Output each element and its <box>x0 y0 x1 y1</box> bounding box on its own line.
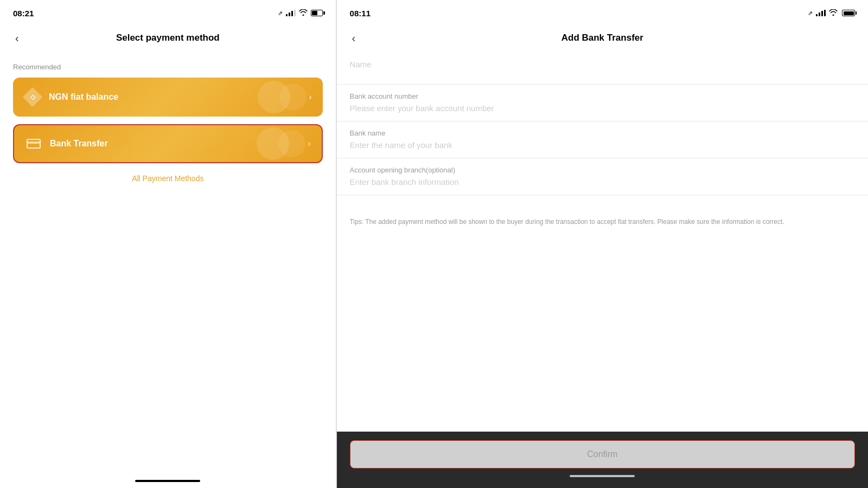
name-input[interactable] <box>350 60 855 69</box>
wifi-icon <box>299 9 308 17</box>
card-deco-2 <box>279 84 307 111</box>
right-back-button[interactable]: ‹ <box>348 30 360 47</box>
bank-name-input[interactable] <box>350 140 855 150</box>
left-home-indicator-area <box>0 470 336 488</box>
right-header: ‹ Add Bank Transfer <box>337 24 868 52</box>
bank-transfer-icon <box>25 135 42 152</box>
bank-account-field-container: Bank account number <box>337 85 868 121</box>
right-status-icons: ⇗ <box>808 8 855 18</box>
right-signal-icon <box>816 10 826 16</box>
battery-icon <box>311 10 323 16</box>
branch-label: Account opening branch(optional) <box>350 166 855 174</box>
branch-field-container: Account opening branch(optional) <box>337 158 868 195</box>
bank-account-label: Bank account number <box>350 92 855 100</box>
left-back-button[interactable]: ‹ <box>11 30 23 47</box>
home-indicator <box>135 480 200 482</box>
right-location-icon: ⇗ <box>808 10 813 17</box>
ngn-icon: ◇ <box>24 88 41 106</box>
ngn-balance-card[interactable]: ◇ NGN fiat balance › <box>13 78 323 117</box>
right-content: Bank account number Bank name Account op… <box>337 52 868 432</box>
right-wifi-icon <box>829 8 838 18</box>
right-time: 08:11 <box>350 9 371 18</box>
all-payments-link[interactable]: All Payment Methods <box>13 174 323 183</box>
tips-section: Tips: The added payment method will be s… <box>337 206 868 238</box>
left-page-title: Select payment method <box>116 33 220 43</box>
left-time: 08:21 <box>13 9 34 18</box>
bottom-dark-area: Confirm <box>337 432 868 488</box>
right-phone-screen: 08:11 ⇗ ‹ <box>337 0 868 488</box>
bank-card-deco-2 <box>278 130 305 157</box>
bank-name-label: Bank name <box>350 129 855 137</box>
left-status-bar: 08:21 ⇗ <box>0 0 336 24</box>
tips-text: Tips: The added payment method will be s… <box>350 217 855 227</box>
bank-transfer-card[interactable]: Bank Transfer › <box>13 124 323 163</box>
left-header: ‹ Select payment method <box>0 24 336 52</box>
confirm-button[interactable]: Confirm <box>350 440 855 468</box>
right-status-bar: 08:11 ⇗ <box>337 0 868 24</box>
right-home-indicator <box>570 475 635 477</box>
signal-icon <box>286 10 296 16</box>
bank-chevron-icon: › <box>308 139 310 149</box>
left-content: Recommended ◇ NGN fiat balance › Bank Tr… <box>0 52 336 470</box>
right-battery-icon <box>841 10 855 16</box>
branch-input[interactable] <box>350 177 855 187</box>
recommended-label: Recommended <box>13 63 323 71</box>
left-status-icons: ⇗ <box>278 9 323 17</box>
ngn-chevron-icon: › <box>309 92 311 102</box>
left-phone-screen: 08:21 ⇗ ‹ Select payment met <box>0 0 336 488</box>
right-page-title: Add Bank Transfer <box>561 33 643 43</box>
bank-name-field-container: Bank name <box>337 121 868 158</box>
location-icon: ⇗ <box>278 10 283 17</box>
bank-account-input[interactable] <box>350 104 855 113</box>
name-field-container <box>337 52 868 85</box>
